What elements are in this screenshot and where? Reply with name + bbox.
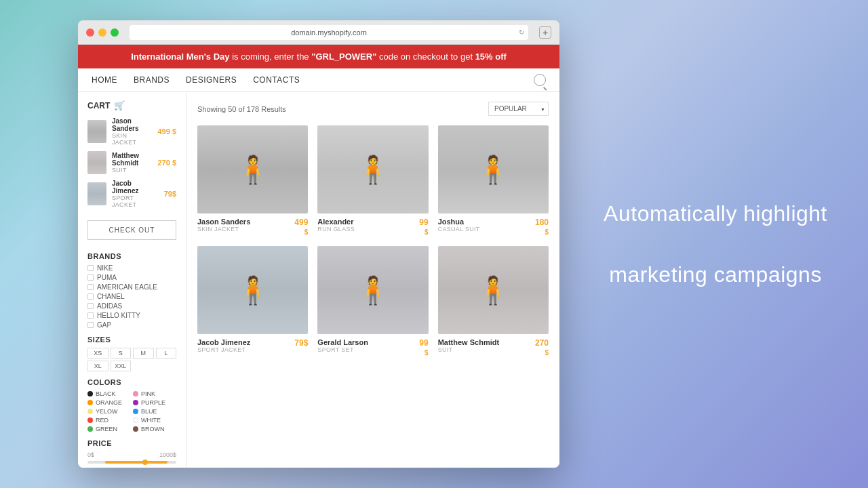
product-card-6[interactable]: 🧍 Matthew Schmidt SUIT 270 $ [438,246,549,357]
person-silhouette-1: 🧍 [197,125,308,214]
cart-item-name-2: Matthew Schmidt [112,152,152,167]
navigation: HOME BRANDS DESIGNERS CONTACTS [78,68,559,92]
checkout-button[interactable]: CHECK OUT [87,220,176,240]
color-white[interactable]: WHITE [133,417,176,424]
color-dot-brown [133,426,138,432]
sort-dropdown[interactable]: POPULAR NEWEST PRICE LOW PRICE HIGH [488,102,549,116]
color-green[interactable]: GREEN [87,426,131,432]
product-type-4: SPORT JACKET [197,346,250,353]
product-details-5: Gerald Larson SPORT SET [317,338,368,353]
color-brown[interactable]: BROWN [133,426,176,432]
price-labels: 0$ 1000$ [87,451,176,458]
size-xxl[interactable]: XXL [111,361,132,371]
minimize-button[interactable] [98,28,106,37]
promo-banner: International Men's Day is coming, enter… [78,45,559,68]
cart-label: CART [87,101,110,110]
brands-section: BRANDS NIKE PUMA AMERICAN EAGLE [87,252,176,329]
color-dot-blue [133,409,138,414]
brand-ae-checkbox[interactable] [87,284,94,290]
brand-hello-kitty[interactable]: HELLO KITTY [87,312,176,319]
cart-item-thumb-1 [87,120,106,143]
search-icon[interactable] [534,74,546,86]
product-card-3[interactable]: 🧍 Joshua CASUAL SUIT 180 $ [438,125,549,237]
maximize-button[interactable] [111,28,119,37]
new-tab-button[interactable]: + [539,26,551,39]
product-name-1: Jason Sanders [197,218,250,226]
browser-window: domain.myshopify.com ↻ + International M… [78,20,559,468]
nav-contacts[interactable]: CONTACTS [253,75,300,85]
product-info-2: Alexander RUN GLASS 99 $ [317,218,428,237]
price-slider-fill [105,461,167,464]
product-details-3: Joshua CASUAL SUIT [438,218,480,232]
nav-brands[interactable]: BRANDS [134,75,170,85]
product-card-4[interactable]: 🧍 Jacob Jimenez SPORT JACKET 79$ [197,246,308,357]
brand-puma[interactable]: PUMA [87,274,176,281]
size-m[interactable]: M [133,348,154,359]
product-image-2: 🧍 [317,125,428,214]
product-card-1[interactable]: 🧍 Jason Sanders SKIN JACKET 499 $ [197,125,308,237]
product-price-6: 270 $ [535,338,549,357]
color-dot-red [87,418,93,423]
price-slider-thumb[interactable] [142,460,148,465]
color-blue[interactable]: BLUE [133,408,176,415]
brand-hk-checkbox[interactable] [87,312,94,319]
color-orange[interactable]: ORANGE [87,399,131,406]
color-yellow[interactable]: YELOW [87,408,131,415]
color-black[interactable]: BLACK [87,390,131,397]
size-xs[interactable]: XS [87,348,108,359]
product-card-2[interactable]: 🧍 Alexander RUN GLASS 99 $ [317,125,428,237]
product-name-2: Alexander [317,218,355,226]
color-red[interactable]: RED [87,417,131,424]
main-content: Showing 50 of 178 Results POPULAR NEWEST… [186,92,559,468]
price-slider[interactable] [87,461,176,464]
brand-adidas[interactable]: ADIDAS [87,302,176,310]
refresh-icon[interactable]: ↻ [519,28,524,36]
brand-nike[interactable]: NIKE [87,264,176,272]
url-text: domain.myshopify.com [291,28,367,37]
color-purple[interactable]: PURPLE [133,399,176,406]
promo-suffix: code on checkout to get [376,52,475,62]
promo-brand: International Men's Day [131,52,229,62]
nav-designers[interactable]: DESIGNERS [186,75,237,85]
size-xl[interactable]: XL [87,361,108,371]
size-l[interactable]: L [156,348,177,359]
brand-gap-checkbox[interactable] [87,322,94,328]
size-s[interactable]: S [111,348,132,359]
brands-title: BRANDS [87,252,176,260]
price-min: 0$ [87,451,94,458]
product-name-5: Gerald Larson [317,338,368,346]
product-info-3: Joshua CASUAL SUIT 180 $ [438,218,549,237]
brand-puma-checkbox[interactable] [87,274,94,281]
brand-nike-checkbox[interactable] [87,265,94,271]
product-image-4: 🧍 [197,246,308,334]
nav-home[interactable]: HOME [92,75,117,85]
traffic-lights [86,28,119,37]
product-card-5[interactable]: 🧍 Gerald Larson SPORT SET 99 $ [317,246,428,357]
brand-adidas-checkbox[interactable] [87,303,94,309]
cart-item-type-1: SKIN JACKET [112,132,152,146]
cart-item-thumb-2 [87,151,106,174]
brand-gap[interactable]: GAP [87,321,176,329]
product-info-5: Gerald Larson SPORT SET 99 $ [317,338,428,357]
close-button[interactable] [86,28,94,37]
brand-american-eagle[interactable]: AMERICAN EAGLE [87,283,176,291]
color-dot-white [133,418,138,423]
product-name-3: Joshua [438,218,480,226]
address-bar[interactable]: domain.myshopify.com ↻ [130,25,528,40]
brand-chanel[interactable]: CHANEL [87,293,176,300]
product-name-4: Jacob Jimenez [197,338,250,346]
promo-discount: 15% off [475,52,507,62]
person-silhouette-4: 🧍 [197,246,308,334]
person-silhouette-2: 🧍 [317,125,428,214]
sort-wrapper: POPULAR NEWEST PRICE LOW PRICE HIGH [488,102,549,116]
product-price-1: 499 $ [294,218,308,237]
product-type-2: RUN GLASS [317,226,355,232]
color-grid: BLACK PINK ORANGE PURPLE [87,390,176,432]
right-panel-line3: marketing campaigns [609,262,822,286]
right-panel: Automatically highlight marketing campai… [604,199,827,289]
brand-chanel-checkbox[interactable] [87,293,94,300]
product-image-6: 🧍 [438,246,549,334]
color-pink[interactable]: PINK [133,390,176,397]
cart-item: Matthew Schmidt SUIT 270 $ [87,151,176,174]
price-title: PRICE [87,439,176,447]
